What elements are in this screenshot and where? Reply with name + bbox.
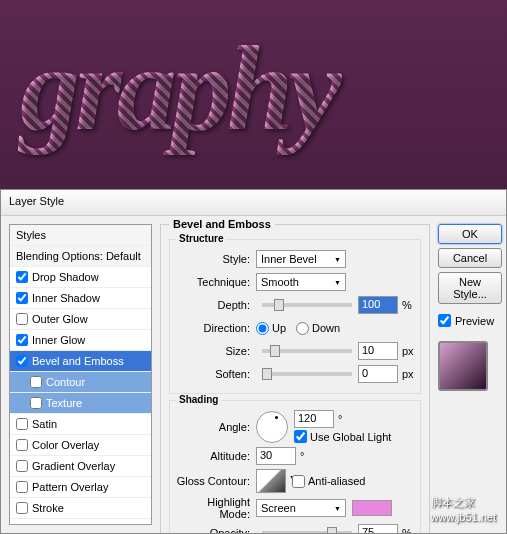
artwork-text: graphy bbox=[0, 0, 507, 178]
canvas-preview: graphy bbox=[0, 0, 507, 189]
